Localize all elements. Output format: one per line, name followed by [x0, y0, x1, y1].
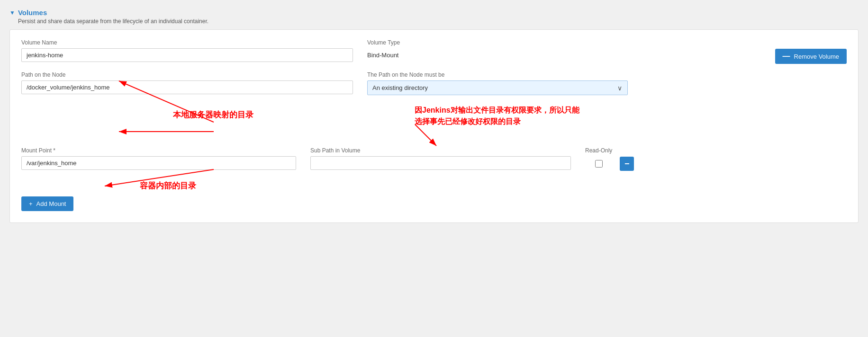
- annotation3-row: 容器内部的目录: [21, 180, 847, 192]
- annotation-jenkins-permission: 因Jenkins对输出文件目录有权限要求，所以只能选择事先已经修改好权限的目录: [415, 105, 661, 127]
- path-type-select[interactable]: An existing directory Any directory (cre…: [367, 80, 628, 95]
- sub-path-group: Sub Path in Volume: [310, 147, 571, 170]
- row-minus-icon: −: [624, 159, 630, 169]
- path-type-label: The Path on the Node must be: [367, 71, 628, 78]
- volumes-card: Volume Name Volume Type Bind-Mount — Rem…: [9, 29, 859, 223]
- readonly-group: Read-Only: [585, 147, 612, 168]
- add-mount-row: + Add Mount: [21, 196, 847, 211]
- section-toggle-icon[interactable]: ▼: [9, 9, 15, 16]
- path-node-label: Path on the Node: [21, 71, 353, 78]
- section-header: ▼ Volumes Persist and share data separat…: [0, 5, 868, 29]
- path-node-group: Path on the Node: [21, 71, 353, 94]
- add-mount-plus-icon: +: [29, 200, 33, 207]
- volume-type-group: Volume Type Bind-Mount: [367, 39, 509, 62]
- volume-name-label: Volume Name: [21, 39, 353, 46]
- section-title: Volumes: [18, 9, 208, 17]
- mount-point-input[interactable]: [21, 156, 296, 170]
- volume-type-value: Bind-Mount: [367, 48, 509, 62]
- add-mount-label: Add Mount: [36, 200, 66, 207]
- readonly-label: Read-Only: [585, 147, 612, 154]
- annotation-local-dir: 本地服务器映射的目录: [173, 109, 253, 121]
- path-type-group: The Path on the Node must be An existing…: [367, 71, 628, 95]
- annotation-row: 本地服务器映射的目录 因Jenkins对输出文件目录有权限要求，所以只能选择事先…: [21, 105, 847, 147]
- bottom-row: Mount Point * Sub Path in Volume Read-On…: [21, 147, 847, 171]
- readonly-checkbox[interactable]: [595, 160, 603, 168]
- top-row: Volume Name Volume Type Bind-Mount — Rem…: [21, 39, 847, 64]
- path-node-input[interactable]: [21, 80, 353, 94]
- path-type-select-wrapper: An existing directory Any directory (cre…: [367, 80, 628, 95]
- sub-path-label: Sub Path in Volume: [310, 147, 571, 154]
- section-subtitle: Persist and share data separate from the…: [18, 18, 208, 25]
- row-remove-button[interactable]: −: [620, 157, 634, 171]
- mount-point-group: Mount Point *: [21, 147, 296, 170]
- volume-name-input[interactable]: [21, 48, 353, 62]
- mount-point-label: Mount Point *: [21, 147, 296, 154]
- middle-row: Path on the Node The Path on the Node mu…: [21, 71, 847, 95]
- sub-path-input[interactable]: [310, 156, 571, 170]
- volume-type-label: Volume Type: [367, 39, 509, 46]
- add-mount-button[interactable]: + Add Mount: [21, 196, 73, 211]
- remove-volume-label: Remove Volume: [794, 53, 839, 60]
- section-title-block: Volumes Persist and share data separate …: [18, 9, 208, 25]
- remove-volume-minus-icon: —: [783, 53, 790, 60]
- volume-name-group: Volume Name: [21, 39, 353, 62]
- remove-volume-button[interactable]: — Remove Volume: [775, 49, 847, 64]
